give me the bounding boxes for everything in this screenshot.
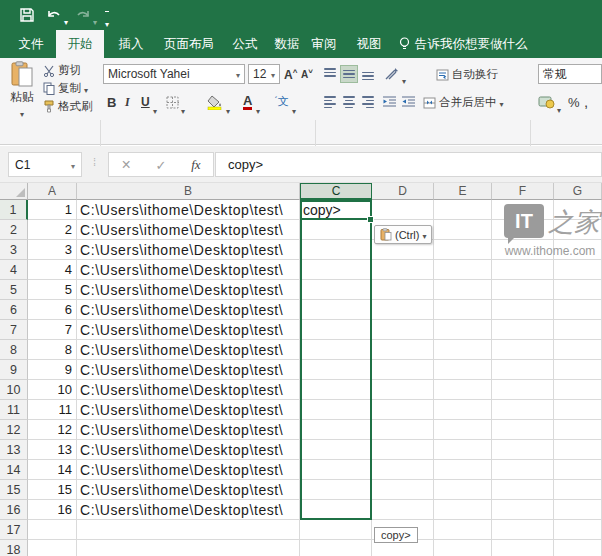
cell-A12[interactable]: 12 <box>28 420 77 440</box>
cell-B13[interactable]: C:\Users\ithome\Desktop\test\ <box>77 440 300 460</box>
cell-D11[interactable] <box>372 400 434 420</box>
cell-D8[interactable] <box>372 340 434 360</box>
cell-E6[interactable] <box>434 300 492 320</box>
row-header-13[interactable]: 13 <box>0 440 28 460</box>
cell-A5[interactable]: 5 <box>28 280 77 300</box>
row-header-8[interactable]: 8 <box>0 340 28 360</box>
cell-D5[interactable] <box>372 280 434 300</box>
cell-B15[interactable]: C:\Users\ithome\Desktop\test\ <box>77 480 300 500</box>
save-icon[interactable] <box>19 7 35 23</box>
cancel-icon[interactable] <box>121 156 130 174</box>
cell-A1[interactable]: 1 <box>28 200 77 220</box>
paste-options-dropdown-icon[interactable] <box>422 229 426 241</box>
phonetic-guide-icon[interactable]: ˊ文 <box>274 94 289 109</box>
cell-A14[interactable]: 14 <box>28 460 77 480</box>
select-all-corner[interactable] <box>0 183 28 200</box>
name-box-dropdown-icon[interactable] <box>71 158 75 172</box>
format-painter-button[interactable]: 格式刷 <box>43 99 93 114</box>
cell-C7[interactable] <box>300 320 372 340</box>
cell-A3[interactable]: 3 <box>28 240 77 260</box>
cell-F9[interactable] <box>492 360 554 380</box>
cell-A17[interactable] <box>28 520 77 540</box>
cell-A7[interactable]: 7 <box>28 320 77 340</box>
cell-C14[interactable] <box>300 460 372 480</box>
cell-G18[interactable] <box>554 540 602 556</box>
cell-F7[interactable] <box>492 320 554 340</box>
column-header-D[interactable]: D <box>372 183 434 200</box>
cell-C6[interactable] <box>300 300 372 320</box>
cell-C2[interactable] <box>300 220 372 240</box>
tab-review[interactable]: 审阅 <box>302 30 346 58</box>
column-header-G[interactable]: G <box>554 183 602 200</box>
cell-D13[interactable] <box>372 440 434 460</box>
cell-C5[interactable] <box>300 280 372 300</box>
cell-G10[interactable] <box>554 380 602 400</box>
formula-input[interactable]: copy> <box>215 152 602 177</box>
cell-D4[interactable] <box>372 260 434 280</box>
cell-E3[interactable] <box>434 240 492 260</box>
decrease-indent-icon[interactable] <box>382 96 397 108</box>
cell-B4[interactable]: C:\Users\ithome\Desktop\test\ <box>77 260 300 280</box>
cell-F11[interactable] <box>492 400 554 420</box>
tab-file[interactable]: 文件 <box>8 30 54 58</box>
cell-B9[interactable]: C:\Users\ithome\Desktop\test\ <box>77 360 300 380</box>
cell-D1[interactable] <box>372 200 434 220</box>
cell-C9[interactable] <box>300 360 372 380</box>
paste-dropdown-icon[interactable] <box>20 106 24 120</box>
tab-page-layout[interactable]: 页面布局 <box>156 30 222 58</box>
cell-D10[interactable] <box>372 380 434 400</box>
cell-C1[interactable]: copy> <box>300 200 372 220</box>
cell-C11[interactable] <box>300 400 372 420</box>
cut-button[interactable]: 剪切 <box>43 63 81 78</box>
row-header-12[interactable]: 12 <box>0 420 28 440</box>
cell-E4[interactable] <box>434 260 492 280</box>
cell-E15[interactable] <box>434 480 492 500</box>
cell-E10[interactable] <box>434 380 492 400</box>
fill-color-icon[interactable] <box>207 94 223 110</box>
cell-F12[interactable] <box>492 420 554 440</box>
merge-center-dropdown-icon[interactable] <box>500 97 504 109</box>
cell-A16[interactable]: 16 <box>28 500 77 520</box>
cell-B10[interactable]: C:\Users\ithome\Desktop\test\ <box>77 380 300 400</box>
cell-G7[interactable] <box>554 320 602 340</box>
cell-B3[interactable]: C:\Users\ithome\Desktop\test\ <box>77 240 300 260</box>
cell-B18[interactable] <box>77 540 300 556</box>
cell-G5[interactable] <box>554 280 602 300</box>
cell-G16[interactable] <box>554 500 602 520</box>
cell-C12[interactable] <box>300 420 372 440</box>
cell-C10[interactable] <box>300 380 372 400</box>
cell-B12[interactable]: C:\Users\ithome\Desktop\test\ <box>77 420 300 440</box>
paste-options-button[interactable]: (Ctrl) <box>374 225 432 244</box>
decrease-font-size-icon[interactable]: A˅ <box>301 68 313 80</box>
align-right-icon[interactable] <box>360 94 376 110</box>
cell-A15[interactable]: 15 <box>28 480 77 500</box>
cell-E2[interactable] <box>434 220 492 240</box>
tab-insert[interactable]: 插入 <box>108 30 154 58</box>
cell-C15[interactable] <box>300 480 372 500</box>
row-header-10[interactable]: 10 <box>0 380 28 400</box>
accounting-format-dropdown-icon[interactable] <box>557 99 561 117</box>
cell-C13[interactable] <box>300 440 372 460</box>
enter-icon[interactable] <box>156 156 167 174</box>
font-name-select[interactable]: Microsoft Yahei <box>103 64 245 84</box>
orientation-dropdown-icon[interactable] <box>402 70 406 88</box>
cell-C3[interactable] <box>300 240 372 260</box>
fill-color-dropdown-icon[interactable] <box>226 100 230 118</box>
cell-F16[interactable] <box>492 500 554 520</box>
font-size-dropdown-icon[interactable] <box>271 67 275 81</box>
cell-F10[interactable] <box>492 380 554 400</box>
row-header-18[interactable]: 18 <box>0 540 28 556</box>
row-header-1[interactable]: 1 <box>0 200 28 220</box>
cell-E13[interactable] <box>434 440 492 460</box>
cell-C8[interactable] <box>300 340 372 360</box>
cell-D9[interactable] <box>372 360 434 380</box>
paste-button[interactable]: 粘贴 <box>4 61 40 120</box>
cell-D14[interactable] <box>372 460 434 480</box>
redo-dropdown-icon[interactable] <box>93 11 97 29</box>
column-header-F[interactable]: F <box>492 183 554 200</box>
cell-E5[interactable] <box>434 280 492 300</box>
column-header-B[interactable]: B <box>77 183 300 200</box>
comma-style-button[interactable]: , <box>584 94 588 109</box>
align-center-icon[interactable] <box>341 94 357 110</box>
cell-F6[interactable] <box>492 300 554 320</box>
